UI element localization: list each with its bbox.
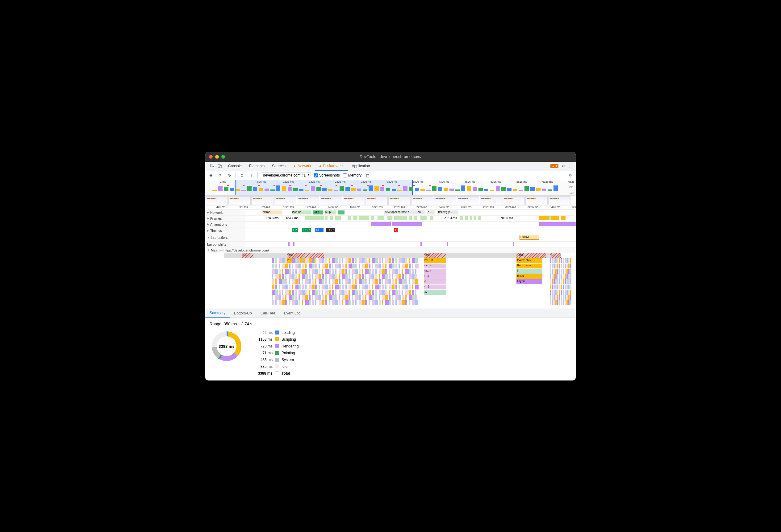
flame-block[interactable] xyxy=(275,300,277,305)
flame-block[interactable] xyxy=(325,284,328,290)
capture-settings-gear-icon[interactable]: ⚙ xyxy=(567,172,573,178)
flame-block[interactable] xyxy=(372,258,375,263)
flame-block[interactable]: (…) xyxy=(424,274,446,279)
flame-block[interactable] xyxy=(369,295,372,300)
flame-block[interactable] xyxy=(289,269,291,274)
flame-block[interactable] xyxy=(309,274,311,279)
flame-block[interactable] xyxy=(551,264,553,268)
flame-block[interactable] xyxy=(332,264,333,268)
device-toolbar-icon[interactable] xyxy=(218,164,222,168)
flame-block[interactable] xyxy=(396,295,399,300)
flame-block[interactable] xyxy=(355,290,358,295)
flame-block[interactable] xyxy=(551,284,553,290)
flame-block[interactable] xyxy=(332,279,335,284)
flame-block[interactable] xyxy=(279,258,282,263)
flame-block[interactable] xyxy=(352,274,353,279)
flame-block[interactable] xyxy=(359,284,360,290)
flame-block[interactable] xyxy=(312,274,313,279)
flame-block[interactable] xyxy=(372,274,374,279)
flame-block[interactable] xyxy=(289,279,290,284)
flame-block[interactable] xyxy=(399,264,400,268)
summary-tab-bottom-up[interactable]: Bottom-Up xyxy=(230,309,256,317)
network-request[interactable]: icon-ba... xyxy=(292,211,312,215)
flame-block[interactable] xyxy=(315,279,317,284)
flame-block[interactable] xyxy=(342,269,344,274)
flame-block[interactable] xyxy=(557,300,559,305)
flame-block[interactable] xyxy=(302,290,304,295)
flame-block[interactable] xyxy=(342,284,344,290)
flame-block[interactable] xyxy=(399,284,400,290)
disclosure-triangle-icon[interactable]: ▶ xyxy=(207,229,209,232)
flame-block[interactable] xyxy=(272,258,274,263)
flame-block[interactable] xyxy=(282,274,284,279)
flame-block[interactable] xyxy=(382,274,385,279)
flame-block[interactable] xyxy=(275,274,279,279)
flame-block[interactable] xyxy=(298,274,300,279)
flame-block[interactable] xyxy=(570,284,571,290)
timings-lane[interactable]: ▶Timings FPFCPDCLLCPL xyxy=(205,227,576,234)
flame-block[interactable] xyxy=(415,284,419,290)
flame-block[interactable] xyxy=(289,284,290,290)
flame-block[interactable] xyxy=(559,269,560,274)
flame-block[interactable] xyxy=(279,284,280,290)
flame-block[interactable] xyxy=(405,295,407,300)
layout-shift[interactable] xyxy=(420,242,422,246)
flame-block[interactable] xyxy=(359,290,361,295)
flame-block[interactable] xyxy=(295,300,298,305)
flame-block[interactable] xyxy=(399,274,401,279)
flame-block[interactable] xyxy=(335,290,336,295)
flame-block[interactable] xyxy=(567,295,568,300)
flame-block[interactable] xyxy=(355,279,357,284)
flame-block[interactable] xyxy=(355,284,357,290)
flame-task[interactable]: Task xyxy=(517,253,546,258)
tab-network[interactable]: ▲Network xyxy=(289,162,315,171)
frame-block-slow[interactable] xyxy=(551,216,559,220)
flame-block[interactable] xyxy=(379,284,381,290)
flame-block[interactable] xyxy=(272,300,274,305)
flame-block[interactable] xyxy=(399,300,402,305)
flame-block[interactable] xyxy=(309,295,311,300)
flame-block[interactable] xyxy=(332,300,335,305)
clear-button[interactable]: ⊘ xyxy=(226,172,233,178)
flame-block[interactable] xyxy=(568,269,570,274)
flame-block[interactable] xyxy=(352,284,355,290)
flame-block[interactable] xyxy=(325,290,329,295)
flame-block[interactable] xyxy=(342,290,344,295)
frames-lane[interactable]: ▶Frames 150.3 ms 183.4 ms 216.4 ms 700.5… xyxy=(205,216,576,222)
flame-block[interactable] xyxy=(275,258,277,263)
flame-block[interactable] xyxy=(405,290,409,295)
animation-block[interactable] xyxy=(539,222,576,226)
flame-block[interactable] xyxy=(355,274,359,279)
flame-block[interactable] xyxy=(352,264,355,268)
flame-block[interactable] xyxy=(392,274,393,279)
flame-block[interactable] xyxy=(402,284,405,290)
flame-block[interactable] xyxy=(559,300,560,305)
window-close-icon[interactable] xyxy=(209,155,213,159)
flame-task[interactable]: T... xyxy=(242,253,253,258)
flame-block[interactable] xyxy=(298,264,301,268)
flame-block[interactable] xyxy=(375,279,378,284)
flame-block[interactable] xyxy=(319,290,320,295)
flame-block[interactable] xyxy=(319,274,321,279)
flame-block[interactable] xyxy=(289,295,292,300)
flame-block[interactable] xyxy=(405,264,408,268)
flame-block[interactable] xyxy=(405,269,409,274)
flame-block[interactable] xyxy=(385,300,388,305)
flame-block[interactable] xyxy=(567,284,568,290)
flame-block[interactable] xyxy=(399,295,401,300)
network-request[interactable]: itter.svg (d... xyxy=(437,211,459,215)
flame-block[interactable] xyxy=(567,300,568,305)
disclosure-triangle-icon[interactable]: ▶ xyxy=(207,211,209,214)
flame-block[interactable] xyxy=(567,269,568,274)
flame-block[interactable] xyxy=(325,269,329,274)
flame-block[interactable] xyxy=(375,295,377,300)
timing-marker-fcp[interactable]: FCP xyxy=(302,228,311,232)
flame-block[interactable] xyxy=(298,290,302,295)
flame-block[interactable] xyxy=(359,295,361,300)
flame-block[interactable] xyxy=(385,279,388,284)
flame-block[interactable] xyxy=(345,284,347,290)
flame-block[interactable] xyxy=(348,258,351,263)
garbage-collect-icon[interactable] xyxy=(365,172,371,178)
flame-block[interactable] xyxy=(405,279,407,284)
flame-block[interactable] xyxy=(415,274,417,279)
